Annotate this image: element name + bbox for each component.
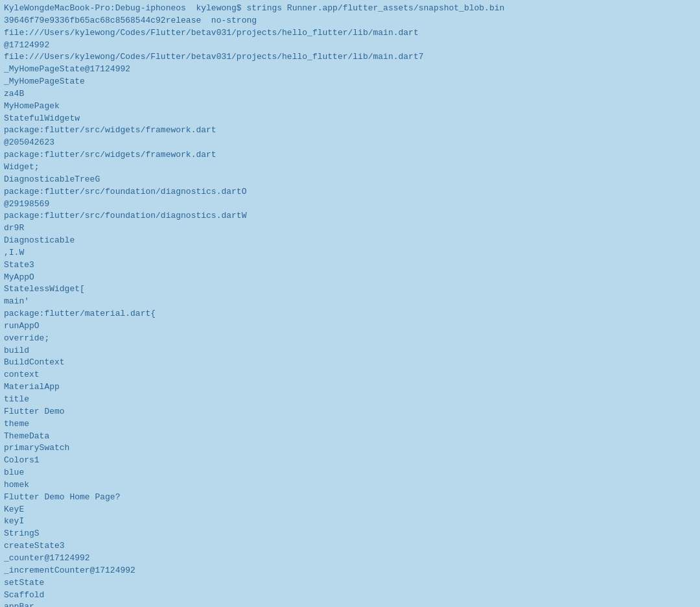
terminal-line: context <box>4 369 696 381</box>
terminal-line: homek <box>4 479 696 492</box>
terminal-line: @17124992 <box>4 40 696 52</box>
terminal-line: runAppO <box>4 320 696 333</box>
terminal-line: override; <box>4 333 696 345</box>
terminal-line: BuildContext <box>4 357 696 369</box>
terminal-line: StatefulWidgetw <box>4 113 696 125</box>
terminal-line: @29198569 <box>4 198 696 211</box>
terminal-line: 39646f79e9336fb65ac68c8568544c92release … <box>4 15 696 27</box>
terminal-line: _MyHomePageState <box>4 76 696 88</box>
terminal-line: file:///Users/kylewong/Codes/Flutter/bet… <box>4 27 696 40</box>
terminal-line: KeyE <box>4 504 696 516</box>
terminal-line: blue <box>4 467 696 479</box>
terminal-line: State3 <box>4 259 696 272</box>
terminal-line: createState3 <box>4 540 696 553</box>
terminal-line: setState <box>4 577 696 589</box>
terminal-line: package:flutter/material.dart{ <box>4 308 696 320</box>
terminal-line: Flutter Demo Home Page? <box>4 492 696 504</box>
terminal-line: Diagnosticable <box>4 235 696 247</box>
terminal-output: KyleWongdeMacBook-Pro:Debug-iphoneos kyl… <box>4 3 696 607</box>
terminal-line: theme <box>4 418 696 431</box>
terminal-line: ThemeData <box>4 431 696 443</box>
terminal-line: StringS <box>4 528 696 540</box>
terminal-line: ,I.W <box>4 247 696 259</box>
terminal-line: Scaffold <box>4 589 696 602</box>
terminal-line: KyleWongdeMacBook-Pro:Debug-iphoneos kyl… <box>4 3 696 15</box>
terminal-line: Widget; <box>4 161 696 174</box>
terminal-line: @205042623 <box>4 137 696 149</box>
terminal-line: main' <box>4 296 696 308</box>
terminal-line: package:flutter/src/widgets/framework.da… <box>4 149 696 161</box>
terminal-line: Colors1 <box>4 455 696 467</box>
terminal-line: StatelessWidget[ <box>4 283 696 296</box>
terminal-line: Flutter Demo <box>4 406 696 418</box>
terminal-line: DiagnosticableTreeG <box>4 174 696 186</box>
terminal-line: package:flutter/src/foundation/diagnosti… <box>4 210 696 222</box>
terminal-line: file:///Users/kylewong/Codes/Flutter/bet… <box>4 51 696 64</box>
terminal-line: build <box>4 345 696 357</box>
terminal-line: package:flutter/src/foundation/diagnosti… <box>4 186 696 198</box>
terminal-line: appBar <box>4 601 696 607</box>
terminal-line: _MyHomePageState@17124992 <box>4 64 696 76</box>
terminal-line: MyHomePagek <box>4 101 696 113</box>
terminal-line: title <box>4 394 696 406</box>
terminal-line: _counter@17124992 <box>4 553 696 565</box>
terminal-line: za4B <box>4 88 696 101</box>
terminal-line: keyI <box>4 516 696 528</box>
terminal-line: MaterialApp <box>4 381 696 394</box>
terminal-line: primarySwatch <box>4 442 696 455</box>
terminal-line: package:flutter/src/widgets/framework.da… <box>4 125 696 137</box>
terminal-line: MyAppO <box>4 272 696 284</box>
terminal-line: _incrementCounter@17124992 <box>4 565 696 577</box>
terminal-line: dr9R <box>4 222 696 235</box>
